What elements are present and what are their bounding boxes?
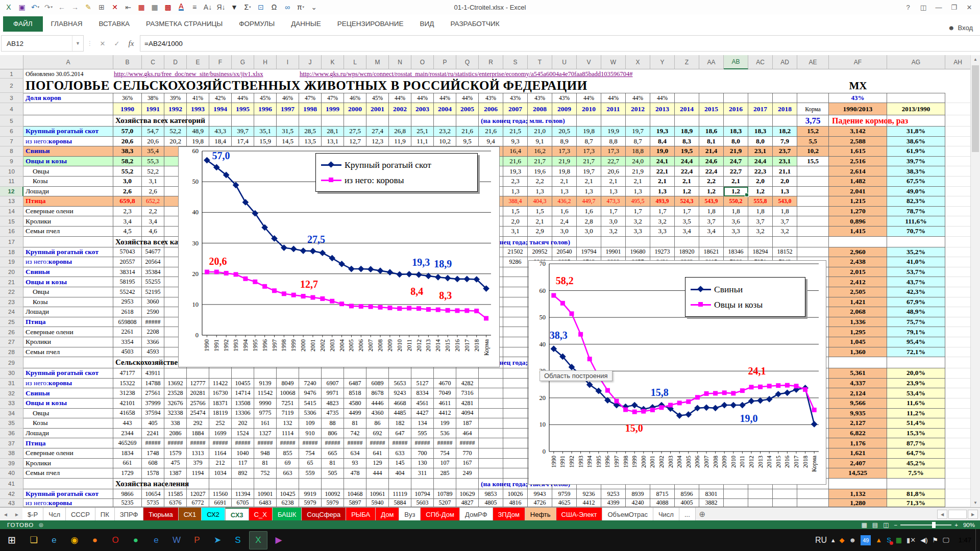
cell[interactable]: 4485 (389, 409, 411, 419)
cell[interactable]: 10961 (366, 489, 389, 499)
cell[interactable] (23, 479, 113, 489)
cell[interactable] (829, 237, 887, 247)
year-header[interactable]: 1998 (299, 103, 322, 115)
cell[interactable] (209, 115, 232, 127)
cell[interactable]: 9,1 (528, 137, 552, 147)
cell[interactable]: 21,9 (626, 166, 650, 177)
cell[interactable]: 2,068 (829, 307, 887, 317)
row-number-24[interactable]: 24 (0, 307, 23, 317)
cell[interactable]: 2,438 (829, 257, 887, 267)
cell[interactable]: 5,361 (829, 368, 887, 379)
cell[interactable] (503, 368, 528, 379)
row-number-1[interactable]: 1 (0, 69, 23, 79)
cell[interactable]: 41% (187, 93, 209, 103)
row-label[interactable]: Кролики (23, 216, 113, 227)
cell[interactable] (503, 307, 528, 317)
cell[interactable] (945, 499, 971, 507)
column-header-X[interactable]: X (626, 55, 650, 69)
cell[interactable]: 4360 (366, 409, 389, 419)
filter-icon[interactable]: ▼ (228, 2, 241, 13)
cell[interactable] (503, 287, 528, 297)
cell[interactable]: 1,3 (503, 187, 528, 197)
powerpoint-icon[interactable]: P (188, 531, 206, 549)
cell[interactable] (187, 479, 209, 489)
vertical-scrollbar[interactable]: ▲ ▼ (970, 55, 980, 507)
cell[interactable] (23, 103, 113, 115)
cell[interactable] (724, 489, 748, 499)
row-label[interactable]: из него: коровы (23, 257, 113, 267)
cell[interactable]: 51,4% (887, 418, 945, 429)
cell[interactable]: 129 (366, 459, 389, 469)
cell[interactable] (479, 379, 503, 389)
year-header[interactable]: 2010 (577, 103, 601, 115)
cell[interactable] (277, 479, 299, 489)
row-number-34[interactable]: 34 (0, 409, 23, 419)
sheet-tab-$-Р[interactable]: $-Р (22, 508, 43, 521)
cell[interactable] (503, 347, 528, 358)
cell[interactable]: 475 (164, 459, 187, 469)
cell[interactable]: 465269 (113, 438, 142, 448)
cell[interactable] (675, 93, 699, 103)
cell[interactable]: 32676 (164, 398, 187, 409)
format-painter-icon[interactable]: ✎ (82, 2, 95, 13)
cell[interactable]: 3,2 (650, 216, 675, 227)
cell[interactable]: 8596 (675, 489, 699, 499)
cell[interactable]: 18,3 (748, 127, 773, 137)
cell[interactable]: 4593 (142, 347, 164, 358)
year-header[interactable]: 2018 (773, 103, 797, 115)
cell[interactable]: 3,0 (552, 227, 577, 237)
cell[interactable]: 18,9 (675, 127, 699, 137)
row-number-19[interactable]: 19 (0, 257, 23, 267)
battery-icon[interactable]: ▮✕ (906, 536, 916, 544)
excel-icon[interactable]: X (249, 531, 267, 549)
row-label[interactable]: Овцы и козы (23, 398, 113, 409)
cell[interactable]: ##### (389, 438, 411, 448)
row-label[interactable]: Семьи пчел (23, 227, 113, 237)
cell[interactable] (577, 237, 601, 247)
cell[interactable] (503, 468, 528, 479)
cell[interactable]: 4503 (113, 347, 142, 358)
cell[interactable] (748, 115, 773, 127)
font-color-icon[interactable]: А (175, 2, 188, 13)
cell[interactable]: 7240 (299, 379, 322, 389)
cell[interactable]: 647 (389, 429, 411, 439)
cell[interactable]: 43% (479, 93, 503, 103)
row-number-29[interactable]: 29 (0, 357, 23, 368)
column-header-O[interactable]: O (411, 55, 434, 69)
cell[interactable]: 7049 (434, 388, 456, 398)
ribbon-tab-вставка[interactable]: ВСТАВКА (90, 16, 138, 32)
cell[interactable]: 43% (503, 93, 528, 103)
cell[interactable]: 1578 (142, 468, 164, 479)
cell[interactable]: 24,1 (650, 157, 675, 167)
row-label[interactable]: Овцы (23, 287, 113, 297)
cell[interactable] (797, 196, 829, 207)
cell[interactable]: 8049 (277, 379, 299, 389)
selected-cell-AB12[interactable] (724, 187, 748, 197)
cell[interactable]: 6238 (277, 499, 299, 507)
cell[interactable]: 1,7 (650, 207, 675, 217)
cell[interactable]: 10455 (232, 379, 254, 389)
sort-desc-icon[interactable]: Я↓ (214, 2, 228, 13)
green-app-icon[interactable]: ● (127, 531, 145, 549)
cell[interactable]: 9990 (254, 398, 277, 409)
year-header[interactable]: 2012 (626, 103, 650, 115)
cell[interactable]: 3366 (142, 337, 164, 347)
cell[interactable]: 1,8 (773, 207, 797, 217)
cell[interactable]: 69 (277, 459, 299, 469)
chrome-icon[interactable]: ◉ (65, 531, 84, 549)
cell[interactable]: 167 (456, 459, 479, 469)
cell[interactable] (724, 237, 748, 247)
cell[interactable]: 65 (299, 459, 322, 469)
cell[interactable]: 23,1 (748, 146, 773, 157)
cell[interactable]: 770 (456, 448, 479, 459)
cell[interactable]: 1,3 (650, 187, 675, 197)
cell[interactable]: 5979 (322, 499, 344, 507)
cell[interactable]: 27,4 (366, 127, 389, 137)
cell[interactable]: 10,2 (797, 146, 829, 157)
row-number-15[interactable]: 15 (0, 216, 23, 227)
row-number-9[interactable]: 9 (0, 157, 23, 167)
cell[interactable]: 4427 (411, 409, 434, 419)
cell[interactable]: 1164 (209, 448, 232, 459)
cell[interactable]: 48,9 (187, 127, 209, 137)
cell[interactable]: 443 (113, 418, 142, 429)
